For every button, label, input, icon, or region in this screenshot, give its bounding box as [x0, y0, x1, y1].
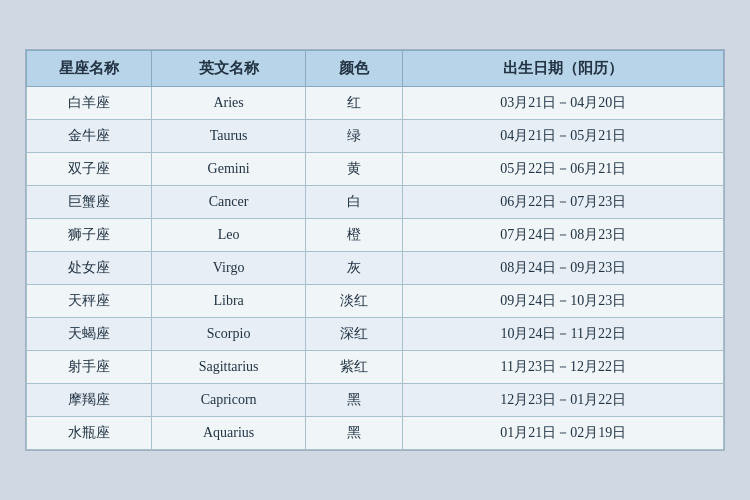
cell-color: 黄 [305, 153, 403, 186]
cell-english: Aries [152, 87, 305, 120]
table-row: 双子座Gemini黄05月22日－06月21日 [27, 153, 724, 186]
cell-date: 09月24日－10月23日 [403, 285, 724, 318]
cell-english: Virgo [152, 252, 305, 285]
cell-chinese: 巨蟹座 [27, 186, 152, 219]
table-row: 天蝎座Scorpio深红10月24日－11月22日 [27, 318, 724, 351]
table-row: 射手座Sagittarius紫红11月23日－12月22日 [27, 351, 724, 384]
cell-date: 05月22日－06月21日 [403, 153, 724, 186]
table-row: 巨蟹座Cancer白06月22日－07月23日 [27, 186, 724, 219]
cell-chinese: 天蝎座 [27, 318, 152, 351]
cell-chinese: 摩羯座 [27, 384, 152, 417]
table-row: 处女座Virgo灰08月24日－09月23日 [27, 252, 724, 285]
cell-chinese: 天秤座 [27, 285, 152, 318]
cell-date: 04月21日－05月21日 [403, 120, 724, 153]
table-row: 白羊座Aries红03月21日－04月20日 [27, 87, 724, 120]
cell-date: 08月24日－09月23日 [403, 252, 724, 285]
cell-english: Gemini [152, 153, 305, 186]
header-date: 出生日期（阳历） [403, 51, 724, 87]
cell-english: Leo [152, 219, 305, 252]
cell-date: 01月21日－02月19日 [403, 417, 724, 450]
cell-date: 12月23日－01月22日 [403, 384, 724, 417]
cell-chinese: 金牛座 [27, 120, 152, 153]
table-body: 白羊座Aries红03月21日－04月20日金牛座Taurus绿04月21日－0… [27, 87, 724, 450]
cell-date: 06月22日－07月23日 [403, 186, 724, 219]
cell-english: Taurus [152, 120, 305, 153]
cell-color: 黑 [305, 384, 403, 417]
table-header-row: 星座名称 英文名称 颜色 出生日期（阳历） [27, 51, 724, 87]
header-english: 英文名称 [152, 51, 305, 87]
cell-color: 深红 [305, 318, 403, 351]
cell-color: 橙 [305, 219, 403, 252]
table-row: 天秤座Libra淡红09月24日－10月23日 [27, 285, 724, 318]
zodiac-table-container: 星座名称 英文名称 颜色 出生日期（阳历） 白羊座Aries红03月21日－04… [25, 49, 725, 451]
cell-date: 11月23日－12月22日 [403, 351, 724, 384]
table-row: 金牛座Taurus绿04月21日－05月21日 [27, 120, 724, 153]
cell-chinese: 白羊座 [27, 87, 152, 120]
cell-color: 紫红 [305, 351, 403, 384]
header-chinese: 星座名称 [27, 51, 152, 87]
cell-color: 绿 [305, 120, 403, 153]
table-row: 摩羯座Capricorn黑12月23日－01月22日 [27, 384, 724, 417]
cell-english: Aquarius [152, 417, 305, 450]
cell-english: Capricorn [152, 384, 305, 417]
cell-chinese: 水瓶座 [27, 417, 152, 450]
cell-english: Sagittarius [152, 351, 305, 384]
cell-english: Cancer [152, 186, 305, 219]
cell-date: 10月24日－11月22日 [403, 318, 724, 351]
cell-english: Libra [152, 285, 305, 318]
cell-color: 灰 [305, 252, 403, 285]
cell-date: 07月24日－08月23日 [403, 219, 724, 252]
cell-color: 黑 [305, 417, 403, 450]
zodiac-table: 星座名称 英文名称 颜色 出生日期（阳历） 白羊座Aries红03月21日－04… [26, 50, 724, 450]
cell-color: 红 [305, 87, 403, 120]
cell-color: 白 [305, 186, 403, 219]
cell-color: 淡红 [305, 285, 403, 318]
cell-english: Scorpio [152, 318, 305, 351]
header-color: 颜色 [305, 51, 403, 87]
cell-chinese: 双子座 [27, 153, 152, 186]
cell-chinese: 狮子座 [27, 219, 152, 252]
cell-chinese: 处女座 [27, 252, 152, 285]
table-row: 水瓶座Aquarius黑01月21日－02月19日 [27, 417, 724, 450]
cell-chinese: 射手座 [27, 351, 152, 384]
table-row: 狮子座Leo橙07月24日－08月23日 [27, 219, 724, 252]
cell-date: 03月21日－04月20日 [403, 87, 724, 120]
